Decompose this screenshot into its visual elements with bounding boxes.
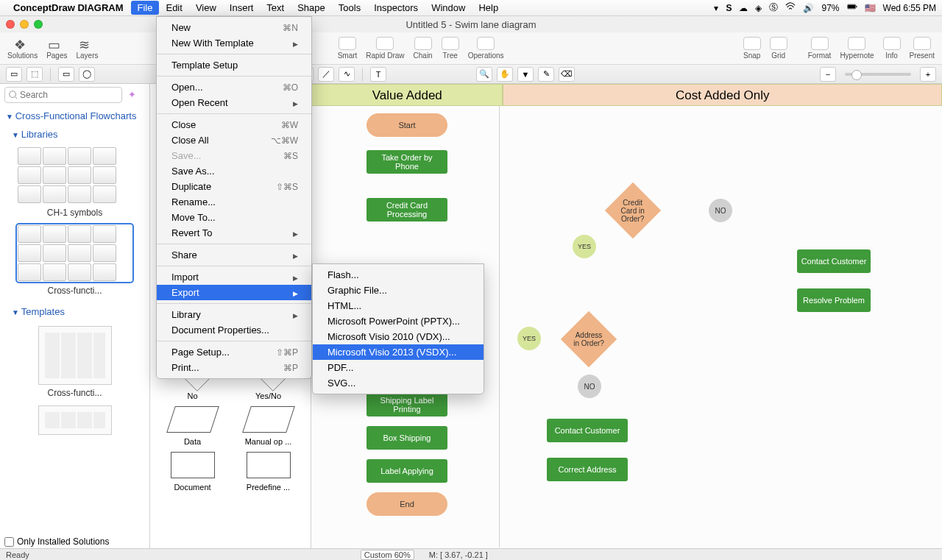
pointer-tool[interactable]: ▭ bbox=[6, 67, 22, 82]
tb-layers[interactable]: ≋Layers bbox=[77, 37, 99, 60]
lane-header-cost-added[interactable]: Cost Added Only bbox=[503, 84, 942, 106]
tb-hypernote[interactable]: Hypernote bbox=[840, 37, 874, 60]
export-microsoft-powerpoint-pptx-[interactable]: Microsoft PowerPoint (PPTX)... bbox=[313, 313, 484, 329]
tb-chain[interactable]: Chain bbox=[414, 37, 433, 60]
tb-operations[interactable]: Operations bbox=[468, 37, 504, 60]
skype-icon[interactable]: Ⓢ bbox=[769, 1, 778, 14]
node-no-1[interactable]: NO bbox=[709, 199, 732, 222]
export-microsoft-visio-2013-vsdx-[interactable]: Microsoft Visio 2013 (VSDX)... bbox=[313, 344, 484, 360]
node-address-decision[interactable]: Address in Order? bbox=[561, 311, 617, 367]
diamond-icon[interactable]: ◈ bbox=[755, 3, 762, 13]
search-input[interactable] bbox=[4, 87, 122, 103]
zoom-tool[interactable]: 🔍 bbox=[476, 67, 492, 82]
select-tool[interactable]: ⬚ bbox=[26, 67, 43, 82]
only-installed-input[interactable] bbox=[4, 537, 14, 547]
file-menu-save-[interactable]: Save...⌘S bbox=[157, 148, 311, 163]
shape-document[interactable]: Document bbox=[163, 452, 222, 492]
tb-solutions[interactable]: ❖Solutions bbox=[7, 37, 38, 60]
node-end[interactable]: End bbox=[366, 492, 447, 516]
node-contact-1[interactable]: Contact Customer bbox=[797, 249, 871, 273]
curve-tool[interactable]: ∿ bbox=[339, 67, 355, 82]
zoom-out[interactable]: − bbox=[820, 67, 836, 82]
node-yes-2[interactable]: YES bbox=[517, 327, 541, 350]
file-menu-revert-to[interactable]: Revert To bbox=[157, 225, 311, 241]
menu-view[interactable]: View bbox=[189, 1, 223, 15]
section-crossfunc[interactable]: Cross-Functional Flowcharts bbox=[0, 106, 149, 126]
flag-icon[interactable]: 🇺🇸 bbox=[865, 3, 876, 13]
s-icon[interactable]: S bbox=[726, 3, 732, 13]
export-pdf-[interactable]: PDF... bbox=[313, 360, 484, 375]
export-graphic-file-[interactable]: Graphic File... bbox=[313, 283, 484, 298]
zoom-in[interactable]: + bbox=[920, 67, 936, 82]
template-thumb-2[interactable] bbox=[38, 405, 112, 435]
erase-tool[interactable]: ⌫ bbox=[559, 67, 575, 82]
file-menu-document-properties-[interactable]: Document Properties... bbox=[157, 322, 311, 338]
window-zoom-button[interactable] bbox=[34, 20, 43, 29]
file-menu-move-to-[interactable]: Move To... bbox=[157, 210, 311, 225]
tb-snap[interactable]: Snap bbox=[743, 37, 761, 60]
window-minimize-button[interactable] bbox=[20, 20, 29, 29]
text-tool[interactable]: T bbox=[370, 67, 386, 82]
node-contact-2[interactable]: Contact Customer bbox=[547, 419, 628, 442]
lib-ch1-grid[interactable] bbox=[18, 147, 132, 203]
lib-crossfunc-grid[interactable] bbox=[18, 225, 132, 281]
export-flash-[interactable]: Flash... bbox=[313, 267, 484, 283]
file-menu-export[interactable]: Export bbox=[157, 285, 311, 300]
menu-help[interactable]: Help bbox=[472, 1, 505, 15]
shape-data[interactable]: Data bbox=[163, 406, 222, 446]
file-menu-page-setup-[interactable]: Page Setup...⇧⌘P bbox=[157, 344, 311, 360]
menu-window[interactable]: Window bbox=[425, 1, 472, 15]
file-menu-new[interactable]: New⌘N bbox=[157, 20, 311, 35]
file-menu-rename-[interactable]: Rename... bbox=[157, 194, 311, 210]
tb-present[interactable]: Present bbox=[910, 37, 935, 60]
window-close-button[interactable] bbox=[6, 20, 15, 29]
menu-text[interactable]: Text bbox=[260, 1, 291, 15]
node-shipping-label[interactable]: Shipping Label Printing bbox=[366, 393, 447, 417]
vlc-icon[interactable]: ▾ bbox=[714, 3, 718, 13]
only-installed-checkbox[interactable]: Only Installed Solutions bbox=[4, 536, 109, 547]
shape-predefined[interactable]: Predefine ... bbox=[239, 452, 297, 492]
node-box-shipping[interactable]: Box Shipping bbox=[366, 426, 447, 450]
file-menu-template-setup[interactable]: Template Setup bbox=[157, 57, 311, 73]
templates-node[interactable]: Templates bbox=[0, 303, 149, 320]
libraries-node[interactable]: Libraries bbox=[0, 126, 149, 143]
clock[interactable]: Wed 6:55 PM bbox=[883, 3, 936, 13]
node-take-order[interactable]: Take Order by Phone bbox=[366, 150, 447, 174]
node-yes-1[interactable]: YES bbox=[573, 235, 596, 258]
tb-info[interactable]: Info bbox=[883, 37, 901, 60]
menu-shape[interactable]: Shape bbox=[291, 1, 332, 15]
cloud-icon[interactable]: ☁ bbox=[739, 3, 748, 13]
menu-insert[interactable]: Insert bbox=[223, 1, 261, 15]
file-menu-new-with-template[interactable]: New With Template bbox=[157, 35, 311, 51]
file-menu-library[interactable]: Library bbox=[157, 307, 311, 322]
shape-manual-op[interactable]: Manual op ... bbox=[239, 406, 297, 446]
template-thumb-1[interactable] bbox=[38, 326, 112, 385]
node-credit-decision[interactable]: Credit Card in Order? bbox=[605, 182, 661, 238]
zoom-slider[interactable] bbox=[845, 73, 911, 76]
file-menu-close[interactable]: Close⌘W bbox=[157, 117, 311, 132]
lane-header-value-added[interactable]: Value Added bbox=[311, 84, 503, 106]
menu-tools[interactable]: Tools bbox=[332, 1, 367, 15]
tb-pages[interactable]: ▭Pages bbox=[46, 37, 67, 60]
wifi-icon[interactable] bbox=[785, 1, 796, 14]
file-menu-share[interactable]: Share bbox=[157, 247, 311, 263]
tb-grid[interactable]: Grid bbox=[770, 37, 787, 60]
tb-rapid-draw[interactable]: Rapid Draw bbox=[366, 37, 404, 60]
menu-file[interactable]: File bbox=[131, 1, 160, 15]
node-credit-processing[interactable]: Credit Card Processing bbox=[366, 198, 447, 221]
wand-icon[interactable]: ✦ bbox=[128, 89, 136, 100]
export-svg-[interactable]: SVG... bbox=[313, 375, 484, 391]
export-html-[interactable]: HTML... bbox=[313, 298, 484, 313]
node-resolve[interactable]: Resolve Problem bbox=[797, 288, 871, 312]
app-name[interactable]: ConceptDraw DIAGRAM bbox=[13, 2, 124, 13]
line-tool[interactable]: ／ bbox=[318, 67, 334, 82]
node-no-2[interactable]: NO bbox=[578, 375, 601, 398]
rect-tool[interactable]: ▭ bbox=[58, 67, 74, 82]
file-menu-close-all[interactable]: Close All⌥⌘W bbox=[157, 132, 311, 148]
file-menu-open-[interactable]: Open...⌘O bbox=[157, 79, 311, 95]
tb-smart[interactable]: Smart bbox=[338, 37, 358, 60]
file-menu-print-[interactable]: Print...⌘P bbox=[157, 360, 311, 375]
node-start[interactable]: Start bbox=[366, 113, 447, 137]
menu-edit[interactable]: Edit bbox=[159, 1, 188, 15]
zoom-combo[interactable]: Custom 60% bbox=[361, 550, 414, 560]
